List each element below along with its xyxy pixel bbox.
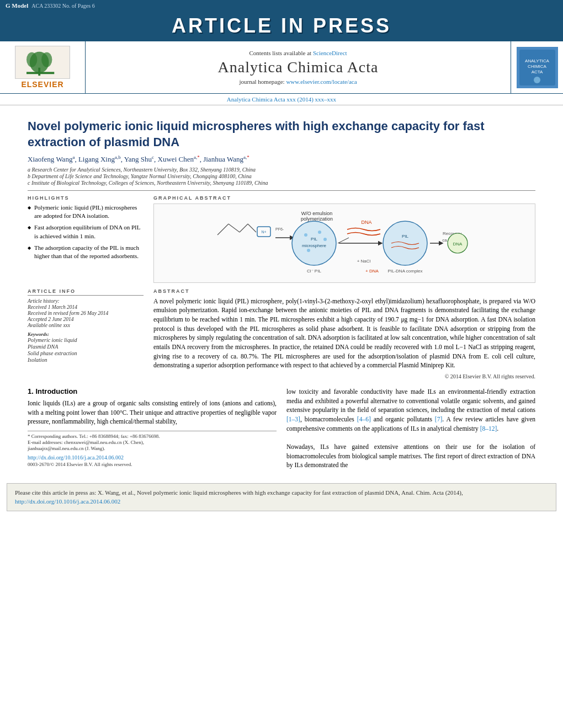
journal-title: Analytica Chimica Acta — [217, 58, 378, 76]
svg-text:polymerization: polymerization — [301, 216, 333, 222]
highlights-list: Polymeric ionic liquid (PIL) microsphere… — [28, 204, 144, 261]
ref-1-3: [1–3] — [286, 416, 300, 422]
svg-text:+ NaCl: + NaCl — [357, 259, 371, 264]
contents-line: Contents lists available at ScienceDirec… — [249, 50, 347, 56]
journal-center: Contents lists available at ScienceDirec… — [86, 41, 511, 93]
citation-text: Please cite this article in press as: X.… — [15, 489, 463, 496]
keyword-2: Plasmid DNA — [28, 344, 144, 350]
svg-text:ACTA: ACTA — [531, 69, 543, 74]
highlights-col: HIGHLIGHTS Polymeric ionic liquid (PIL) … — [28, 195, 144, 283]
highlights-graphical-row: HIGHLIGHTS Polymeric ionic liquid (PIL) … — [28, 195, 535, 283]
homepage-line: journal homepage: www.elsevier.com/locat… — [239, 78, 357, 85]
affiliation-b: b Department of Life Science and Technol… — [28, 173, 535, 179]
keyword-1: Polymeric ionic liquid — [28, 337, 144, 343]
abstract-copyright: © 2014 Elsevier B.V. All rights reserved… — [153, 373, 535, 379]
author-ligang: Ligang Xing — [78, 156, 115, 164]
affiliation-a: a Research Center for Analytical Science… — [28, 167, 535, 173]
abstract-text: A novel polymeric ionic liquid (PIL) mic… — [153, 297, 535, 370]
author-xiaofeng: Xiaofeng Wang — [28, 156, 72, 164]
intro-left: 1. Introduction Ionic liquids (ILs) are … — [28, 387, 277, 470]
elsevier-logo-image — [15, 46, 70, 79]
highlight-item-2: Fast adsorption equilibrium of DNA on PI… — [28, 223, 144, 240]
journal-logo-left: ELSEVIER — [0, 41, 86, 93]
svg-line-14 — [217, 224, 229, 235]
elsevier-logo: ELSEVIER — [15, 46, 70, 89]
svg-text:PIL: PIL — [402, 234, 409, 239]
svg-line-30 — [338, 238, 349, 243]
svg-line-16 — [240, 224, 248, 232]
graphical-abstract-col: GRAPHICAL ABSTRACT W/O emulsion polymeri… — [153, 195, 535, 283]
ref-7: [7] — [435, 416, 442, 422]
footnote-email1: E-mail addresses: chenxuwei@mail.neu.edu… — [28, 440, 277, 445]
doi-footer-link[interactable]: http://dx.doi.org/10.1016/j.aca.2014.06.… — [28, 454, 277, 461]
keyword-3: Solid phase extraction — [28, 350, 144, 356]
accepted-date: Accepted 2 June 2014 — [28, 317, 144, 322]
intro-left-text: Ionic liquids (ILs) are a group of organ… — [28, 399, 277, 426]
svg-text:CHIMICA: CHIMICA — [528, 64, 546, 69]
keywords-label: Keywords: — [28, 331, 144, 337]
article-info-col: ARTICLE INFO Article history: Received 1… — [28, 288, 144, 379]
elsevier-name: ELSEVIER — [21, 80, 63, 89]
footnote-corresponding: * Corresponding authors. Tel.: +86 83688… — [28, 433, 277, 439]
highlights-label: HIGHLIGHTS — [28, 195, 144, 201]
main-content: Novel polymeric ionic liquid microsphere… — [0, 105, 563, 475]
journal-right: ANALYTICA CHIMICA ACTA — [511, 41, 563, 93]
svg-point-28 — [307, 249, 310, 252]
abstract-label: ABSTRACT — [153, 288, 535, 294]
homepage-link[interactable]: www.elsevier.com/locate/aca — [286, 78, 357, 85]
svg-point-11 — [534, 77, 540, 83]
doi-line: Analytica Chimica Acta xxx (2014) xxx–xx… — [0, 94, 563, 105]
sciencedirect-link[interactable]: ScienceDirect — [313, 50, 347, 56]
graphical-abstract-label: GRAPHICAL ABSTRACT — [153, 195, 535, 201]
model-info: ACA 233302 No. of Pages 6 — [31, 3, 94, 9]
svg-line-17 — [248, 224, 256, 232]
author-xuwei: Xuwei Chen — [158, 156, 194, 164]
footnotes: * Corresponding authors. Tel.: +86 83688… — [28, 431, 277, 451]
doi-link[interactable]: http://dx.doi.org/10.1016/j.aca.2014.06.… — [28, 454, 124, 461]
article-in-press-text: ARTICLE IN PRESS — [172, 14, 391, 37]
highlight-item-3: The adsorption capacity of the PIL is mu… — [28, 244, 144, 261]
author-yang: Yang Shu — [124, 156, 152, 164]
article-in-press-banner: ARTICLE IN PRESS — [0, 11, 563, 40]
svg-text:Cl⁻ PIL: Cl⁻ PIL — [307, 269, 321, 274]
abstract-col: ABSTRACT A novel polymeric ionic liquid … — [153, 288, 535, 379]
bottom-citation-bar: Please cite this article in press as: X.… — [7, 483, 556, 511]
issn-copyright: 0003-2670/© 2014 Elsevier B.V. All right… — [28, 462, 277, 467]
svg-rect-5 — [26, 72, 54, 74]
top-banner: G Model ACA 233302 No. of Pages 6 — [0, 0, 563, 11]
footnote-email2: jianhuajrz@mail.neu.edu.cn (J. Wang). — [28, 446, 277, 451]
svg-text:DNA: DNA — [453, 242, 463, 247]
divider-1 — [28, 190, 535, 191]
article-title: Novel polymeric ionic liquid microsphere… — [28, 119, 535, 150]
ref-4-6: [4–6] — [357, 416, 371, 422]
svg-point-3 — [26, 52, 37, 67]
authors: Xiaofeng Wanga, Ligang Xinga,b, Yang Shu… — [28, 154, 535, 164]
affiliations: a Research Center for Analytical Science… — [28, 167, 535, 186]
svg-text:N+: N+ — [261, 230, 266, 234]
svg-line-15 — [229, 224, 240, 232]
svg-text:+ DNA: + DNA — [365, 269, 379, 274]
citation-doi-link[interactable]: http://dx.doi.org/10.1016/j.aca.2014.06.… — [15, 498, 120, 505]
journal-header: ELSEVIER Contents lists available at Sci… — [0, 40, 563, 94]
intro-right-text: low toxicity and favorable conductivity … — [286, 387, 535, 470]
svg-point-4 — [41, 52, 52, 67]
article-info-label: ARTICLE INFO — [28, 288, 144, 296]
ref-8-12: [8–12] — [480, 425, 497, 432]
svg-text:DNA: DNA — [361, 220, 371, 225]
affiliation-c: c Institute of Biological Technology, Co… — [28, 180, 535, 186]
article-info-section: ARTICLE INFO Article history: Received 1… — [28, 288, 535, 379]
g-model-label: G Model — [6, 2, 28, 9]
article-history: Article history: Received 1 March 2014 R… — [28, 298, 144, 328]
introduction-section: 1. Introduction Ionic liquids (ILs) are … — [28, 387, 535, 470]
svg-point-26 — [318, 231, 321, 234]
svg-text:PF6-: PF6- — [275, 227, 284, 231]
received-date: Received 1 March 2014 — [28, 304, 144, 310]
highlight-item-1: Polymeric ionic liquid (PIL) microsphere… — [28, 204, 144, 221]
graphical-abstract-svg: W/O emulsion polymerization N+ PF6- — [157, 207, 532, 279]
journal-thumbnail: ANALYTICA CHIMICA ACTA — [517, 47, 558, 88]
svg-text:ANALYTICA: ANALYTICA — [525, 58, 550, 63]
keywords-list: Polymeric ionic liquid Plasmid DNA Solid… — [28, 337, 144, 363]
intro-heading: 1. Introduction — [28, 387, 277, 395]
history-label: Article history: — [28, 298, 144, 304]
svg-text:PIL: PIL — [311, 237, 318, 242]
